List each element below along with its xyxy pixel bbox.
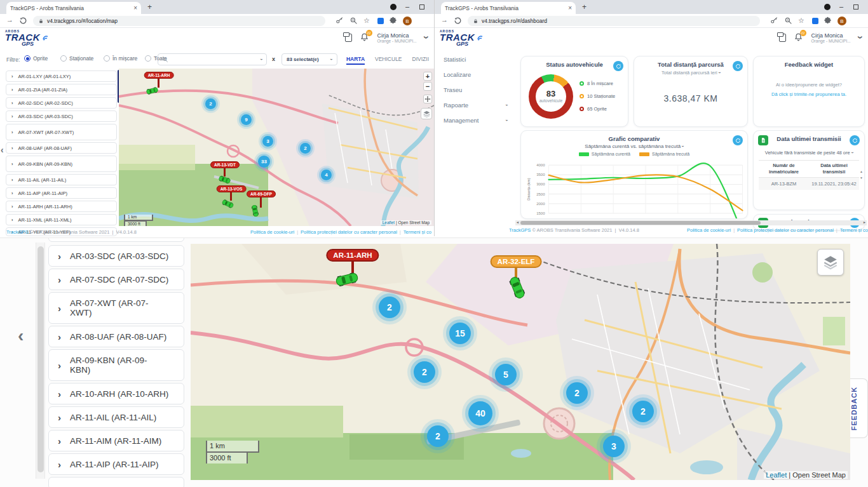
osm-link[interactable]: Open Street Map (792, 471, 846, 479)
leaflet-link[interactable]: Leaflet (383, 220, 395, 225)
new-tab-button[interactable]: + (582, 3, 587, 11)
vehicle-list-item[interactable]: ›AR-11-AIP (AR-11-AIP) (6, 187, 117, 199)
refresh-button[interactable] (850, 135, 860, 145)
list-scrollbar[interactable] (36, 243, 45, 479)
clear-search-button[interactable]: x (272, 56, 275, 62)
cluster-marker[interactable]: 2 (566, 382, 588, 404)
radio-icon[interactable] (145, 55, 151, 62)
privacy-policy-link[interactable]: Politica protecției datelor cu caracter … (737, 227, 834, 233)
layers-button[interactable] (817, 249, 844, 276)
profile-avatar[interactable]: B (403, 17, 412, 25)
key-icon[interactable] (770, 17, 778, 25)
vehicle-list-item[interactable]: ›AR-08-UAF (AR-08-UAF) (6, 142, 117, 154)
cluster-marker[interactable]: 9 (241, 114, 252, 125)
extension-icon[interactable] (812, 18, 818, 24)
refresh-button[interactable] (733, 61, 743, 71)
radio-selected-icon[interactable] (24, 55, 31, 62)
browser-tab[interactable]: TrackGPS - Arobs Transilvania × (441, 2, 576, 14)
selection-count-dropdown[interactable]: 83 selectat(e) › (281, 53, 337, 65)
footer-brand[interactable]: TrackGPS (6, 229, 28, 235)
cluster-marker[interactable]: 5 (495, 364, 517, 385)
layers-button[interactable] (421, 108, 432, 119)
app-logo[interactable]: AROBS TRACK GPS (440, 29, 484, 46)
tab-vehicule[interactable]: VEHICULE (375, 56, 402, 65)
cluster-marker[interactable]: 2 (414, 361, 435, 383)
restore-button[interactable] (419, 4, 424, 10)
radio-icon[interactable] (60, 55, 67, 62)
vehicle-list-item-partial[interactable] (48, 477, 184, 487)
vehicle-marker-label[interactable]: AR-13-VOS (217, 185, 247, 192)
feedback-tab[interactable]: FEEDBACK (850, 378, 868, 438)
new-tab-button[interactable]: + (147, 3, 152, 11)
vehicle-list-item[interactable]: ›AR-11-AIM (AR-11-AIM) (48, 430, 184, 451)
collapse-sidebar-button[interactable]: ‹ (1, 145, 4, 155)
transmission-filter-dropdown[interactable]: Vehicule fără transmisie de peste 48 ore… (754, 150, 864, 156)
tab-divizii[interactable]: DIVIZII (412, 56, 429, 65)
radio-icon[interactable] (104, 55, 110, 62)
sidebar-item-rapoarte[interactable]: Rapoarte› (444, 102, 507, 109)
terms-link[interactable]: Termeni și co (840, 227, 868, 233)
tab-close-icon[interactable]: × (133, 4, 137, 11)
notifications-bell[interactable]: 22 (794, 32, 804, 43)
sidebar-item-statistici[interactable]: Statistici (444, 56, 507, 63)
refresh-button[interactable] (613, 61, 623, 71)
reload-icon[interactable] (19, 17, 27, 25)
osm-link[interactable]: Open Street Map (398, 220, 430, 225)
sidebar-item-traseu[interactable]: Traseu (444, 86, 507, 93)
cluster-marker[interactable]: 2 (379, 297, 400, 318)
scroll-right-arrow-icon[interactable]: ► (863, 220, 866, 224)
cluster-marker[interactable]: 4 (321, 170, 332, 180)
vehicle-list-item[interactable]: ›AR-11-XML (AR-11-XML) (6, 214, 117, 225)
extension-icon[interactable] (377, 18, 384, 24)
vehicle-marker-label[interactable]: AR-69-DFP (247, 190, 276, 197)
vehicle-list-item[interactable]: ›AR-03-SDC (AR-03-SDC) (48, 245, 184, 267)
cluster-marker[interactable]: 2 (300, 143, 311, 154)
forward-icon[interactable]: → (6, 16, 13, 23)
vehicle-marker-label[interactable]: AR-11-ARH (144, 72, 174, 79)
cluster-marker[interactable]: 40 (468, 401, 492, 425)
cluster-marker[interactable]: 2 (427, 425, 449, 447)
search-input[interactable] (172, 56, 257, 63)
vehicle-list-item[interactable]: ›AR-10-ARH (AR-10-ARH) (48, 383, 184, 404)
cookie-policy-link[interactable]: Politica de cookie-uri (250, 229, 294, 235)
vehicle-list-item[interactable]: ›AR-11-AIL (AR-11-AIL) (6, 174, 117, 185)
vehicle-list-item[interactable]: ›AR-03-SDC (AR-03-SDC) (6, 110, 117, 122)
forward-icon[interactable]: → (441, 16, 448, 23)
vehicle-list-item[interactable]: ›AR-07-XWT (AR-07-XWT) (48, 292, 184, 324)
cookie-policy-link[interactable]: Politica de cookie-uri (687, 227, 731, 233)
zoom-in-button[interactable]: + (423, 72, 432, 81)
scrollbar-thumb[interactable] (520, 221, 761, 225)
zoom-glass-icon[interactable] (784, 17, 792, 25)
vehicle-list-item[interactable]: ›AR-01-ZIA (AR-01-ZIA) (6, 84, 117, 95)
vehicle-list-item[interactable]: ›AR-07-XWT (AR-07-XWT) (6, 124, 117, 140)
user-menu[interactable]: Cirja Monica Orange - MUNICIPI... (811, 32, 851, 43)
cluster-marker[interactable]: 3 (603, 436, 625, 457)
search-chevron-icon[interactable]: › (259, 58, 264, 60)
puzzle-icon[interactable] (389, 17, 397, 25)
cluster-marker[interactable]: 33 (258, 156, 270, 168)
sidebar-item-localizare[interactable]: Localizare (444, 71, 507, 78)
terms-link[interactable]: Termeni și co (403, 229, 431, 235)
table-row[interactable]: AR-13-BZM 19.11.2021, 23:05:42 (759, 178, 859, 190)
vehicle-marker-label[interactable]: AR-32-ELF (491, 255, 542, 268)
map-canvas-small[interactable]: AR-11-ARH AR-13-VDT AR-13-VOS AR-69-DFP … (119, 69, 434, 226)
profile-avatar[interactable]: B (837, 17, 846, 25)
address-field[interactable]: v4.trackgps.ro/#/location/map (33, 16, 325, 26)
vehicle-list-item[interactable]: ›AR-11-AIL (AR-11-AIL) (48, 406, 184, 428)
refresh-button[interactable] (733, 135, 743, 145)
excel-export-icon[interactable] (758, 135, 768, 145)
puzzle-icon[interactable] (824, 17, 832, 25)
dashboard-horizontal-scrollbar[interactable]: ◄ ► (515, 220, 867, 225)
browser-tab[interactable]: TrackGPS - Arobs Transilvania × (6, 2, 141, 14)
address-field[interactable]: v4.trackgps.ro/#/dashboard (468, 16, 760, 26)
zoom-glass-icon[interactable] (349, 17, 358, 25)
cluster-marker[interactable]: 3 (262, 136, 273, 147)
bookmark-star-icon[interactable]: ☆ (363, 17, 370, 25)
filter-option-oprite[interactable]: Oprite (24, 55, 48, 62)
recenter-button[interactable] (423, 95, 432, 103)
cluster-marker[interactable]: 15 (449, 323, 471, 344)
cluster-marker[interactable]: 2 (205, 98, 216, 109)
vehicle-list-item[interactable]: ›AR-11-ARH (AR-11-ARH) (6, 201, 117, 212)
map-canvas-large[interactable]: AR-11-ARH AR-32-ELF 2 15 2 5 2 2 40 2 3 … (191, 244, 850, 480)
minimize-button[interactable]: – (839, 3, 843, 10)
